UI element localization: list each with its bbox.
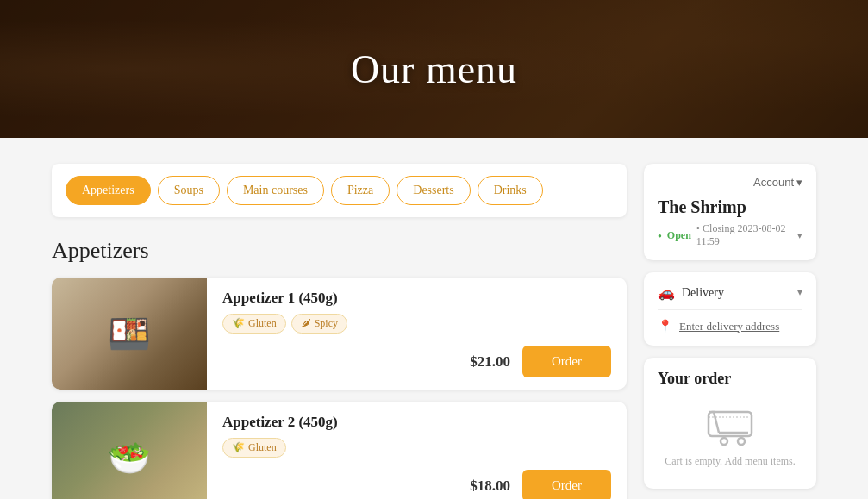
address-link[interactable]: Enter delivery address bbox=[679, 320, 779, 334]
menu-item-img-placeholder-1: 🍱 bbox=[52, 278, 207, 390]
account-chevron-icon: ▾ bbox=[796, 176, 802, 189]
restaurant-name: The Shrimp bbox=[658, 197, 802, 217]
address-row: 📍 Enter delivery address bbox=[658, 319, 802, 334]
tab-pizza[interactable]: Pizza bbox=[331, 176, 390, 205]
tag-gluten-1: 🌾 Gluten bbox=[222, 314, 286, 334]
account-button[interactable]: Account ▾ bbox=[753, 176, 802, 189]
hero-banner: Our menu bbox=[0, 0, 868, 138]
tab-appetizers[interactable]: Appetizers bbox=[66, 176, 151, 205]
menu-card-1: 🍱 Appetizer 1 (450g) 🌾 Gluten 🌶 Spicy bbox=[52, 278, 627, 390]
restaurant-card: Account ▾ The Shrimp ● Open • Closing 20… bbox=[644, 164, 816, 260]
hero-title: Our menu bbox=[351, 47, 517, 92]
tab-desserts[interactable]: Desserts bbox=[397, 176, 470, 205]
account-label: Account bbox=[753, 176, 794, 189]
main-wrapper: Appetizers Soups Main courses Pizza Dess… bbox=[0, 138, 868, 499]
your-order-card: Your order Cart is empty. Add menu items… bbox=[644, 358, 816, 489]
section-title: Appetizers bbox=[52, 238, 627, 264]
svg-point-3 bbox=[738, 438, 745, 445]
menu-item-name-1: Appetizer 1 (450g) bbox=[222, 290, 611, 307]
delivery-card: 🚗 Delivery ▾ 📍 Enter delivery address bbox=[644, 272, 816, 346]
tag-gluten-2: 🌾 Gluten bbox=[222, 438, 286, 458]
category-tabs: Appetizers Soups Main courses Pizza Dess… bbox=[52, 164, 627, 217]
sidebar: Account ▾ The Shrimp ● Open • Closing 20… bbox=[644, 164, 816, 499]
menu-card-2: 🥗 Appetizer 2 (450g) 🌾 Gluten $18.00 Ord… bbox=[52, 402, 627, 499]
location-pin-icon: 📍 bbox=[658, 319, 672, 334]
menu-item-name-2: Appetizer 2 (450g) bbox=[222, 414, 611, 431]
menu-card-body-1: Appetizer 1 (450g) 🌾 Gluten 🌶 Spicy $21. bbox=[207, 278, 627, 390]
tab-soups[interactable]: Soups bbox=[158, 176, 220, 205]
svg-point-2 bbox=[721, 438, 727, 445]
delivery-row: 🚗 Delivery ▾ bbox=[658, 284, 802, 310]
delivery-car-icon: 🚗 bbox=[658, 284, 675, 301]
status-row: ● Open • Closing 2023-08-02 11:59 ▾ bbox=[658, 222, 802, 248]
your-order-title: Your order bbox=[658, 370, 802, 388]
menu-item-tags-2: 🌾 Gluten bbox=[222, 438, 611, 458]
tab-main-courses[interactable]: Main courses bbox=[227, 176, 324, 205]
menu-item-price-2: $18.00 bbox=[470, 477, 510, 495]
menu-item-image-1: 🍱 bbox=[52, 278, 207, 390]
status-dot-icon: ● bbox=[658, 232, 662, 240]
menu-card-body-2: Appetizer 2 (450g) 🌾 Gluten $18.00 Order bbox=[207, 402, 627, 499]
cart-empty-area: Cart is empty. Add menu items. bbox=[658, 400, 802, 477]
menu-item-tags-1: 🌾 Gluten 🌶 Spicy bbox=[222, 314, 611, 334]
status-chevron-icon: ▾ bbox=[797, 230, 802, 241]
menu-card-footer-2: $18.00 Order bbox=[222, 470, 611, 499]
tab-drinks[interactable]: Drinks bbox=[478, 176, 543, 205]
menu-item-img-placeholder-2: 🥗 bbox=[52, 402, 207, 499]
tag-label-gluten-2: Gluten bbox=[248, 441, 277, 454]
tag-label-gluten-1: Gluten bbox=[248, 317, 277, 330]
tag-label-spicy-1: Spicy bbox=[315, 317, 338, 330]
cart-icon bbox=[707, 409, 753, 446]
menu-card-footer-1: $21.00 Order bbox=[222, 346, 611, 377]
delivery-chevron-icon: ▾ bbox=[797, 286, 802, 299]
order-button-1[interactable]: Order bbox=[522, 346, 611, 377]
cart-empty-message: Cart is empty. Add menu items. bbox=[665, 455, 796, 468]
content-area: Appetizers Soups Main courses Pizza Dess… bbox=[52, 164, 627, 499]
gluten-icon-2: 🌾 bbox=[232, 441, 245, 454]
tag-spicy-1: 🌶 Spicy bbox=[291, 314, 347, 334]
menu-item-image-2: 🥗 bbox=[52, 402, 207, 499]
delivery-label: Delivery bbox=[682, 286, 790, 300]
status-open-label: Open bbox=[667, 229, 691, 242]
menu-item-price-1: $21.00 bbox=[470, 353, 510, 371]
spicy-icon-1: 🌶 bbox=[301, 317, 311, 330]
status-closing-text: • Closing 2023-08-02 11:59 bbox=[696, 222, 792, 248]
account-row: Account ▾ bbox=[658, 176, 802, 189]
gluten-icon-1: 🌾 bbox=[232, 317, 245, 330]
order-button-2[interactable]: Order bbox=[522, 470, 611, 499]
